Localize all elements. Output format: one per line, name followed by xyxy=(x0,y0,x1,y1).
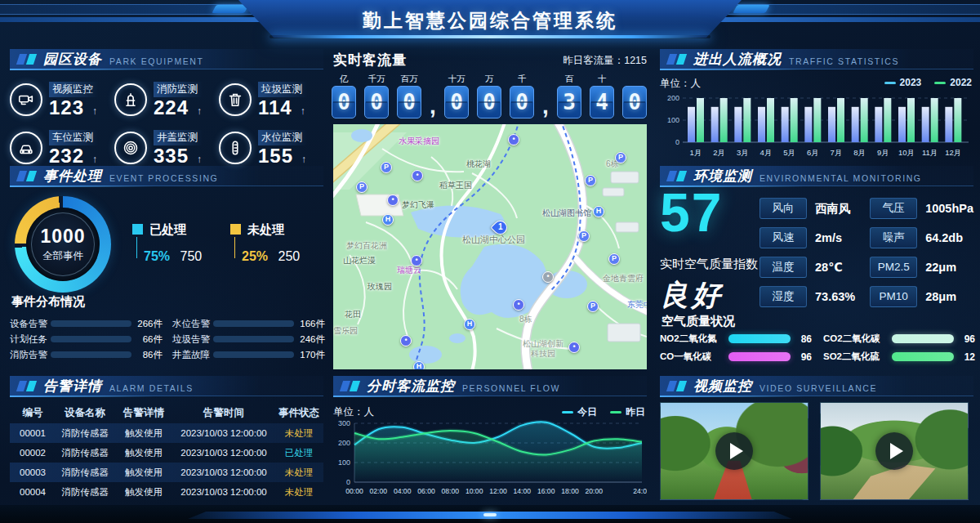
svg-text:20:00: 20:00 xyxy=(586,487,604,495)
digit-tile: 0 xyxy=(510,86,534,118)
video-thumbnail-2[interactable] xyxy=(820,402,969,500)
map-marker-b[interactable]: • xyxy=(411,255,422,266)
traffic-legend: 2023 2022 xyxy=(884,77,972,88)
map-marker-p[interactable]: P xyxy=(585,175,596,186)
header-accent-icon xyxy=(666,54,677,65)
map-marker-h[interactable]: H xyxy=(413,361,425,369)
map-marker-b[interactable]: • xyxy=(568,342,580,353)
map-marker-b[interactable]: • xyxy=(387,194,399,206)
header-accent-icon xyxy=(26,381,37,391)
video-thumbnail-1[interactable] xyxy=(660,402,808,500)
section-alarm-details: 告警详情 ALARM DETAILS xyxy=(10,376,323,396)
section-subtitle: PERSONNEL FLOW xyxy=(462,383,560,393)
header-accent-icon xyxy=(16,171,27,181)
event-total-label: 全部事件 xyxy=(42,249,83,263)
equipment-value: 335 xyxy=(154,145,189,167)
section-subtitle: PARK EQUIPMENT xyxy=(109,56,204,66)
header-accent-icon xyxy=(26,54,37,65)
up-arrow-icon: ↑ xyxy=(301,105,305,117)
table-cell: 触发使用 xyxy=(114,486,173,498)
equipment-value: 232 xyxy=(49,145,84,167)
play-icon[interactable] xyxy=(875,432,913,470)
park-map[interactable]: 水果采摘园桃花湖稻草王国梦幻飞瀑梦幻百花洲山花烂漫瑞塘云玫瑰园花田雪乐园松山湖中… xyxy=(333,124,647,369)
status-badge: 未处理 xyxy=(274,467,323,479)
env-metric-value: 28μm xyxy=(925,290,956,303)
legend-label: 2023 xyxy=(900,77,922,88)
map-label: 雪乐园 xyxy=(333,325,358,337)
play-icon[interactable] xyxy=(715,432,753,470)
legend-today[interactable]: 今日 xyxy=(562,405,597,419)
table-cell: 触发使用 xyxy=(114,467,173,479)
svg-text:08:00: 08:00 xyxy=(442,487,460,495)
legend-2022[interactable]: 2022 xyxy=(934,77,972,88)
aq-bar xyxy=(728,352,791,361)
svg-text:6月: 6月 xyxy=(807,148,819,157)
svg-text:06:00: 06:00 xyxy=(417,487,435,495)
legend-yesterday[interactable]: 昨日 xyxy=(610,405,645,419)
header-accent-icon xyxy=(16,54,27,65)
traffic-unit-label: 单位：人 xyxy=(660,77,701,91)
column-header: 告警详情 xyxy=(114,406,173,420)
svg-text:200: 200 xyxy=(667,94,679,102)
distribution-row: 井盖故障170件 xyxy=(172,350,325,360)
distribution-label: 设备告警 xyxy=(10,318,51,330)
map-marker-b[interactable]: • xyxy=(513,299,524,311)
map-label: 稻草王国 xyxy=(439,180,472,191)
map-marker-b[interactable]: • xyxy=(412,170,423,181)
map-marker-p[interactable]: P xyxy=(356,181,368,193)
map-marker-h[interactable]: H xyxy=(593,206,604,217)
header-accent-icon xyxy=(676,171,687,181)
equipment-label: 车位监测 xyxy=(49,130,98,145)
map-marker-p[interactable]: P xyxy=(381,162,392,173)
digit-tile: 0 xyxy=(477,86,501,118)
equipment-item: 消防监测224↑ xyxy=(114,78,219,120)
section-traffic-statistics: 进出人流概况 TRAFFIC STATISTICS xyxy=(660,49,973,69)
header-accent-icon xyxy=(26,171,37,181)
map-marker-b[interactable]: • xyxy=(400,335,412,346)
air-quality-row: CO2二氧化碳96 xyxy=(823,333,975,344)
legend-2023[interactable]: 2023 xyxy=(884,77,922,88)
aq-value: 12 xyxy=(954,351,975,363)
map-marker-b[interactable]: • xyxy=(508,134,519,145)
env-metric-label: 气压 xyxy=(870,198,917,219)
table-cell: 消防传感器 xyxy=(56,486,114,498)
traffic-bar-chart: 01002001月2月3月4月5月6月7月8月9月10月11月12月 xyxy=(660,90,973,162)
map-marker-h[interactable]: H xyxy=(382,214,394,226)
section-title: 分时客流监控 xyxy=(367,377,455,396)
equipment-item: 视频监控123↑ xyxy=(10,78,114,120)
bottom-decor xyxy=(0,505,980,523)
column-header: 设备名称 xyxy=(56,406,114,420)
map-label: 东莞中 xyxy=(627,299,647,311)
map-marker-p[interactable]: P xyxy=(578,230,590,242)
legend-swatch xyxy=(132,224,143,235)
table-cell: 00004 xyxy=(10,487,56,497)
table-row: 00004消防传感器触发使用2023/10/03 12:00:00未处理 xyxy=(10,482,323,502)
env-metric: 风向西南风 xyxy=(760,198,858,219)
digit-unit-label: 百 xyxy=(557,74,581,86)
section-subtitle: EVENT PROCESSING xyxy=(109,173,218,183)
manhole-icon xyxy=(114,132,147,164)
alarm-table: 编号设备名称告警详情告警时间事件状态00001消防传感器触发使用2023/10/… xyxy=(10,404,323,502)
map-marker-p[interactable]: P xyxy=(615,152,626,163)
aq-bar xyxy=(892,352,954,361)
map-marker-g[interactable]: • xyxy=(542,271,554,283)
section-title: 园区设备 xyxy=(43,50,102,69)
page-title: 勤上智慧公园综合管理系统 xyxy=(0,8,980,34)
env-metric: PM1028μm xyxy=(870,286,973,307)
air-quality-row: NO2二氧化氮86 xyxy=(660,333,812,344)
column-header: 编号 xyxy=(10,406,56,420)
equipment-value: 123 xyxy=(49,96,84,118)
map-marker-p[interactable]: P xyxy=(608,253,620,265)
map-marker-h[interactable]: H xyxy=(464,319,475,330)
table-row: 00001消防传感器触发使用2023/10/03 12:00:00未处理 xyxy=(10,423,323,443)
counter-digit: 千0 xyxy=(510,74,534,118)
status-badge: 已处理 xyxy=(274,447,323,459)
env-metric: 气压1005hPa xyxy=(870,198,973,219)
map-marker-p[interactable]: P xyxy=(587,301,599,312)
processed-value: 750 xyxy=(180,249,202,263)
map-label: 桃花湖 xyxy=(466,159,491,170)
legend-swatch xyxy=(562,411,573,413)
svg-text:200: 200 xyxy=(338,439,350,447)
header-accent-icon xyxy=(676,381,687,391)
equipment-value: 114 xyxy=(258,96,292,118)
